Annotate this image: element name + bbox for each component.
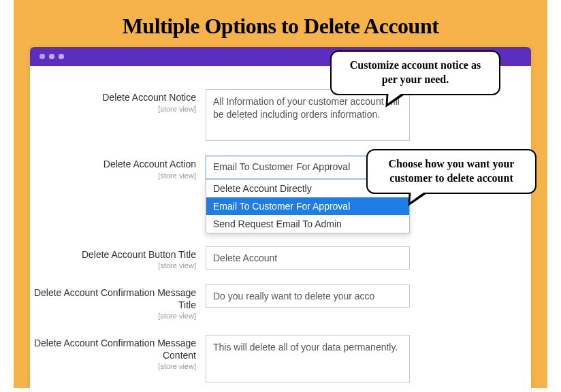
confirmation-content-textarea[interactable]: This will delete all of your data perman…	[206, 335, 410, 382]
delete-account-notice-textarea[interactable]: All Information of your customer account…	[206, 89, 410, 141]
action-option-email-customer[interactable]: Email To Customer For Approval	[206, 197, 409, 215]
field-row-notice: Delete Account Notice [store view] All I…	[30, 89, 512, 141]
window-dot-icon	[59, 54, 64, 59]
field-row-confirm-content: Delete Account Confirmation Message Cont…	[30, 335, 512, 382]
delete-account-button-title-input[interactable]	[206, 246, 410, 270]
field-label-confirm-title: Delete Account Confirmation Message Titl…	[30, 284, 206, 320]
label-text: Delete Account Notice	[30, 92, 196, 104]
browser-window: Delete Account Notice [store view] All I…	[30, 47, 531, 392]
confirmation-title-input[interactable]	[206, 284, 410, 308]
action-callout-text: Choose how you want your customer to del…	[379, 157, 524, 186]
label-text: Delete Account Action	[30, 159, 196, 171]
window-dot-icon	[49, 54, 54, 59]
field-row-button-title: Delete Account Button Title [store view]	[30, 246, 512, 270]
action-callout: Choose how you want your customer to del…	[366, 149, 536, 194]
label-text: Delete Account Confirmation Message Titl…	[30, 287, 196, 311]
page-title: Multiple Options to Delete Account	[14, 0, 547, 47]
field-row-confirm-title: Delete Account Confirmation Message Titl…	[30, 284, 512, 320]
action-option-email-admin[interactable]: Send Request Email To Admin	[206, 215, 409, 233]
notice-callout: Customize account notice as per your nee…	[330, 50, 500, 95]
field-label-action: Delete Account Action [store view]	[30, 156, 206, 180]
label-scope: [store view]	[30, 362, 196, 370]
label-scope: [store view]	[30, 105, 196, 113]
field-label-button-title: Delete Account Button Title [store view]	[30, 246, 206, 270]
field-label-notice: Delete Account Notice [store view]	[30, 89, 206, 113]
window-dot-icon	[39, 54, 45, 59]
label-text: Delete Account Button Title	[30, 249, 196, 261]
notice-callout-text: Customize account notice as per your nee…	[342, 59, 488, 87]
label-scope: [store view]	[30, 172, 196, 180]
label-text: Delete Account Confirmation Message Cont…	[30, 338, 196, 361]
label-scope: [store view]	[30, 312, 196, 320]
config-panel: Delete Account Notice [store view] All I…	[30, 66, 531, 392]
field-label-confirm-content: Delete Account Confirmation Message Cont…	[30, 335, 206, 370]
label-scope: [store view]	[30, 261, 196, 270]
